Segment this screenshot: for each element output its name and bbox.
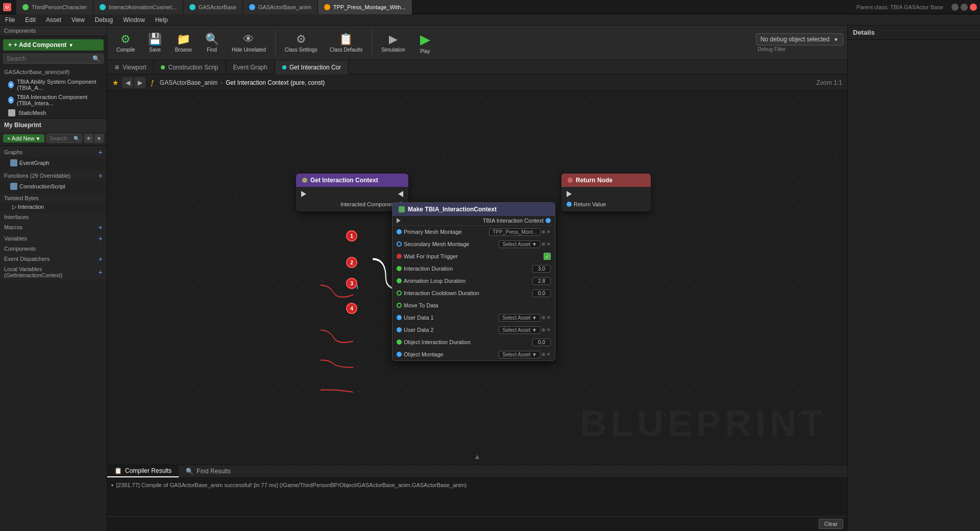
interaction-duration-pin[interactable]: Interaction Duration (397, 266, 453, 272)
object-montage-clear[interactable]: ✕ (547, 352, 551, 357)
components-section-header[interactable]: Components (0, 244, 107, 253)
local-variables-header[interactable]: Local Variables (GetInteractionContext) … (0, 264, 107, 280)
menu-debug[interactable]: Debug (90, 15, 118, 25)
object-duration-value[interactable]: 0.0 (532, 339, 551, 346)
functions-section-header[interactable]: Functions (29 Overridable) + (0, 170, 107, 181)
functions-add-button[interactable]: + (99, 172, 103, 180)
variables-section-header[interactable]: Variables + (0, 233, 107, 244)
exec-out-pin[interactable] (398, 191, 403, 197)
component-static-mesh[interactable]: StaticMesh (0, 108, 107, 118)
tab-viewport[interactable]: 🖥 Viewport (107, 60, 154, 75)
twisted-bytes-header[interactable]: Twisted Bytes (0, 194, 107, 203)
blueprint-eye-button[interactable]: 👁 (84, 134, 93, 143)
wait-input-pin[interactable]: Wait For Input Trigger (397, 253, 458, 259)
component-tbia-ability[interactable]: ✦ TBIA Ability System Component (TBIA_A.… (0, 77, 107, 92)
hide-unrelated-button[interactable]: 👁 Hide Unrelated (227, 31, 271, 55)
graphs-add-button[interactable]: + (99, 148, 103, 156)
tab-construction[interactable]: Construction Scrip (154, 60, 226, 75)
blueprint-search[interactable]: 🔍 (46, 134, 82, 143)
secondary-mesh-asset[interactable]: Select Asset ▼ (499, 240, 541, 248)
secondary-mesh-clear[interactable]: ✕ (547, 242, 551, 247)
cooldown-pin[interactable]: Interaction Cooldown Duration (397, 290, 479, 296)
wait-input-checkbox[interactable]: ✓ (544, 253, 551, 260)
user-data-2-pin[interactable]: User Data 2 (397, 327, 434, 333)
variables-add-button[interactable]: + (99, 234, 103, 243)
menu-view[interactable]: View (66, 15, 90, 25)
return-node[interactable]: Return Node Return Value (561, 174, 651, 211)
menu-window[interactable]: Window (118, 15, 150, 25)
blueprint-canvas[interactable]: Get Interaction Context Interac (107, 91, 847, 465)
find-results-tab[interactable]: 🔍 Find Results (179, 465, 238, 477)
forward-button[interactable]: ▶ (134, 77, 145, 88)
get-interaction-node[interactable]: Get Interaction Context Interac (296, 174, 408, 211)
menu-file[interactable]: File (0, 15, 20, 25)
cooldown-value[interactable]: 0.0 (532, 289, 551, 297)
class-settings-button[interactable]: ⚙ Class Settings (280, 31, 323, 55)
object-duration-pin[interactable]: Object Interaction Duration (397, 339, 471, 345)
tab-interact-anim[interactable]: InteractAnimationCosmet... (93, 0, 183, 14)
component-tbia-interaction[interactable]: ✦ TBIA Interaction Component (TBIA_Inter… (0, 92, 107, 108)
menu-asset[interactable]: Asset (41, 15, 66, 25)
move-to-data-pin[interactable]: Move To Data (397, 302, 438, 308)
primary-mesh-pin[interactable]: Primary Mesh Montage (397, 229, 462, 235)
interaction-duration-value[interactable]: 3.0 (532, 265, 551, 273)
find-button[interactable]: 🔍 Find (199, 31, 225, 55)
construction-script-item[interactable]: ConstructionScript (0, 181, 107, 191)
tbia-out-pin[interactable]: TBIA Interaction Context (483, 218, 551, 224)
animation-loop-pin[interactable]: Animation Loop Duration (397, 278, 465, 284)
primary-mesh-asset[interactable]: TPP_Press_Mont... (489, 228, 541, 236)
compiler-results-tab[interactable]: 📋 Compiler Results (107, 465, 179, 477)
local-variables-add-button[interactable]: + (99, 268, 103, 276)
event-dispatchers-add-button[interactable]: + (99, 255, 103, 263)
user-data-1-clear[interactable]: ✕ (547, 315, 551, 320)
user-data-1-asset[interactable]: Select Asset ▼ (499, 314, 541, 322)
user-data-2-clear[interactable]: ✕ (547, 327, 551, 332)
tab-gasactor-anim[interactable]: GASActorBase_anim (243, 0, 318, 14)
user-data-1-browse[interactable]: ⊕ (542, 315, 546, 320)
blueprint-search-input[interactable] (49, 135, 74, 141)
tab-event-graph[interactable]: Event Graph (226, 60, 275, 75)
play-button[interactable]: ▶ Play (412, 30, 438, 56)
tab-tpp-press[interactable]: TPP_Press_Montage_With... (318, 0, 412, 14)
tab-third-person[interactable]: ThirdPersonCharacter (16, 0, 93, 14)
simulation-button[interactable]: ▶ Simulation (376, 31, 410, 55)
primary-mesh-browse[interactable]: ⊕ (542, 229, 546, 234)
secondary-mesh-pin[interactable]: Secondary Mesh Montage (397, 241, 469, 247)
macros-section-header[interactable]: Macros + (0, 222, 107, 233)
secondary-mesh-browse[interactable]: ⊕ (542, 242, 546, 247)
event-graph-item[interactable]: EventGraph (0, 158, 107, 168)
animation-loop-value[interactable]: 2.8 (532, 277, 551, 285)
component-search-input[interactable] (7, 55, 92, 62)
class-defaults-button[interactable]: 📋 Class Defaults (325, 31, 368, 55)
user-data-2-browse[interactable]: ⊕ (542, 327, 546, 332)
user-data-1-pin[interactable]: User Data 1 (397, 315, 434, 321)
minimize-button[interactable] (951, 4, 959, 11)
maximize-button[interactable] (961, 4, 968, 11)
back-button[interactable]: ◀ (122, 77, 133, 88)
save-button[interactable]: 💾 Save (142, 31, 168, 55)
tab-get-interaction[interactable]: Get Interaction Cor (275, 60, 349, 75)
make-exec-in[interactable] (397, 218, 401, 223)
object-montage-browse[interactable]: ⊕ (542, 352, 546, 357)
return-exec-pin[interactable] (567, 191, 572, 197)
object-montage-pin[interactable]: Object Montage (397, 351, 444, 357)
compile-button[interactable]: ⚙ Compile (111, 31, 140, 55)
blueprint-filter-button[interactable]: ▼ (94, 134, 104, 143)
return-value-pin[interactable] (567, 202, 572, 207)
debug-object-selector[interactable]: No debug object selected ▼ (756, 33, 843, 45)
menu-help[interactable]: Help (150, 15, 173, 25)
close-button[interactable] (970, 4, 977, 11)
component-search-box[interactable]: 🔍 (3, 54, 104, 64)
interaction-subsection[interactable]: ▷ Interaction (0, 203, 107, 211)
exec-in-pin[interactable] (301, 191, 306, 197)
add-component-button[interactable]: + + Add Component ▼ (3, 39, 104, 51)
make-tbia-node[interactable]: Make TBIA_InteractionContext TBIA Intera… (392, 202, 555, 361)
tab-gasactor-base[interactable]: GASActorBase (183, 0, 243, 14)
event-dispatchers-header[interactable]: Event Dispatchers + (0, 253, 107, 264)
clear-button[interactable]: Clear (819, 519, 843, 529)
menu-edit[interactable]: Edit (20, 15, 41, 25)
graphs-section-header[interactable]: Graphs + (0, 147, 107, 158)
object-montage-asset[interactable]: Select Asset ▼ (499, 351, 541, 358)
user-data-2-asset[interactable]: Select Asset ▼ (499, 326, 541, 334)
interfaces-section-header[interactable]: Interfaces (0, 212, 107, 222)
